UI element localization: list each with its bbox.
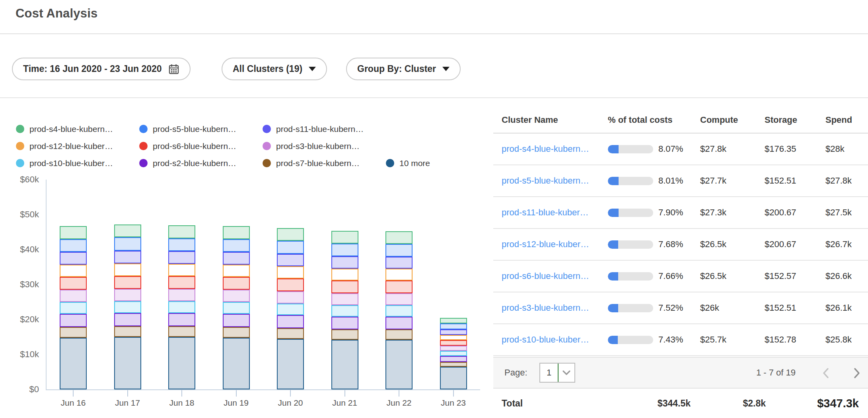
legend-dot-icon	[16, 159, 24, 167]
bar-segment	[114, 337, 141, 389]
bar-jun-19[interactable]	[223, 226, 250, 389]
cell-storage: $176.35	[765, 144, 825, 154]
legend-item[interactable]: prod-s10-blue-kuber…	[16, 159, 139, 168]
legend-dot-icon	[386, 159, 394, 167]
y-axis-tick-label: $10k	[0, 349, 39, 360]
legend-item-label: prod-s4-blue-kubern…	[29, 124, 113, 134]
bar-segment	[277, 328, 304, 339]
bar-segment	[168, 313, 195, 326]
cell-spend: $27.5k	[825, 207, 868, 218]
x-axis-tick-label: Jun 20	[267, 398, 314, 408]
cluster-link[interactable]: prod-s6-blue-kubern…	[502, 271, 589, 281]
legend-item-label: prod-s5-blue-kubern…	[153, 124, 236, 134]
legend-item[interactable]: 10 more	[386, 159, 509, 168]
cluster-link[interactable]: prod-s5-blue-kubern…	[502, 176, 589, 186]
legend-item[interactable]: prod-s12-blue-kuber…	[16, 141, 139, 151]
clusters-filter-dropdown[interactable]: All Clusters (19)	[222, 58, 327, 80]
chevron-left-icon[interactable]	[820, 367, 832, 379]
bar-segment	[277, 339, 304, 389]
legend-item[interactable]: prod-s2-blue-kubern…	[139, 159, 263, 168]
bar-jun-23[interactable]	[440, 318, 467, 389]
legend-item-label: prod-s3-blue-kubern…	[276, 141, 360, 151]
cluster-link[interactable]: prod-s4-blue-kubern…	[502, 144, 589, 154]
cluster-link[interactable]: prod-s11-blue-kuber…	[502, 207, 588, 217]
legend-item[interactable]: prod-s7-blue-kubern…	[263, 159, 386, 168]
page-select[interactable]: 1	[539, 363, 575, 383]
bar-segment	[114, 301, 141, 313]
legend-item[interactable]: prod-s11-blue-kubern…	[263, 124, 386, 134]
bar-jun-21[interactable]	[331, 231, 358, 389]
bar-segment	[60, 265, 87, 277]
time-range-filter[interactable]: Time: 16 Jun 2020 - 23 Jun 2020	[12, 58, 191, 80]
cell-cluster-name: prod-s11-blue-kuber…	[493, 207, 608, 218]
cost-table: Cluster Name % of total costs Compute St…	[493, 107, 868, 418]
bar-segment	[168, 289, 195, 301]
legend-item[interactable]: prod-s4-blue-kubern…	[16, 124, 139, 134]
bar-segment	[277, 315, 304, 328]
legend-item[interactable]: prod-s3-blue-kubern…	[263, 141, 386, 151]
bar-jun-18[interactable]	[168, 225, 195, 389]
bar-segment	[440, 329, 467, 335]
y-axis-tick-label: $50k	[0, 209, 39, 220]
table-row: prod-s6-blue-kubern…7.66%$26.5k$152.57$2…	[493, 261, 868, 292]
table-row: prod-s4-blue-kubern…8.07%$27.8k$176.35$2…	[493, 134, 868, 165]
bar-segment	[168, 276, 195, 289]
legend-item-label: prod-s6-blue-kubern…	[153, 141, 236, 151]
cell-storage: $152.57	[765, 271, 825, 281]
pct-progress-bar	[608, 240, 653, 249]
bar-segment	[277, 291, 304, 304]
table-row: prod-s3-blue-kubern…7.52%$26k$152.51$26.…	[493, 292, 868, 324]
table-row: prod-s5-blue-kubern…8.01%$27.7k$152.51$2…	[493, 165, 868, 197]
cell-compute: $26.5k	[700, 271, 765, 281]
cell-pct-of-total: 8.01%	[608, 176, 700, 186]
bar-segment	[223, 252, 250, 265]
chevron-right-icon[interactable]	[850, 367, 862, 379]
table-row: prod-s10-blue-kuber…7.43%$25.7k$152.78$2…	[493, 324, 868, 356]
x-axis-tick-label: Jun 18	[158, 398, 206, 408]
cluster-link[interactable]: prod-s3-blue-kubern…	[502, 303, 589, 313]
bar-segment	[114, 237, 141, 250]
bar-segment	[60, 277, 87, 290]
cell-pct-of-total: 8.07%	[608, 144, 700, 154]
bar-segment	[114, 276, 141, 289]
bar-segment	[168, 337, 195, 389]
bar-segment	[385, 281, 413, 293]
x-axis-tick-label: Jun 21	[321, 398, 369, 408]
bar-segment	[60, 327, 87, 338]
bar-jun-22[interactable]	[385, 231, 413, 389]
bar-segment	[114, 289, 141, 301]
x-axis-tick	[127, 390, 128, 397]
bar-jun-17[interactable]	[114, 224, 141, 389]
cluster-link[interactable]: prod-s10-blue-kuber…	[502, 335, 589, 344]
clusters-filter-label: All Clusters (19)	[233, 64, 302, 74]
bar-segment	[168, 264, 195, 276]
legend-dot-icon	[16, 125, 24, 133]
bar-segment	[277, 241, 304, 254]
legend-item[interactable]: prod-s5-blue-kubern…	[139, 124, 263, 134]
bar-segment	[277, 279, 304, 291]
table-row: prod-s12-blue-kuber…7.68%$26.5k$200.67$2…	[493, 229, 868, 261]
bar-segment	[60, 239, 87, 252]
legend-item[interactable]: prod-s6-blue-kubern…	[139, 141, 263, 151]
bar-segment	[60, 302, 87, 314]
col-header-storage: Storage	[765, 115, 825, 125]
cluster-link[interactable]: prod-s12-blue-kuber…	[502, 239, 589, 249]
bar-segment	[114, 326, 141, 337]
cell-storage: $200.67	[765, 207, 825, 218]
y-axis-tick-label: $30k	[0, 279, 39, 290]
bar-segment	[385, 317, 413, 329]
x-axis-tick	[73, 390, 74, 397]
bar-segment	[277, 228, 304, 241]
bar-segment	[440, 335, 467, 340]
pct-progress-fill	[608, 145, 619, 153]
page-number: 1	[540, 368, 558, 378]
bar-segment	[277, 304, 304, 315]
group-by-label: Group By: Cluster	[357, 64, 436, 74]
group-by-dropdown[interactable]: Group By: Cluster	[346, 58, 461, 80]
bar-segment	[114, 251, 141, 264]
bar-segment	[385, 269, 413, 281]
bar-segment	[277, 266, 304, 279]
legend-dot-icon	[139, 159, 148, 167]
bar-jun-16[interactable]	[60, 226, 87, 389]
bar-jun-20[interactable]	[277, 228, 304, 389]
